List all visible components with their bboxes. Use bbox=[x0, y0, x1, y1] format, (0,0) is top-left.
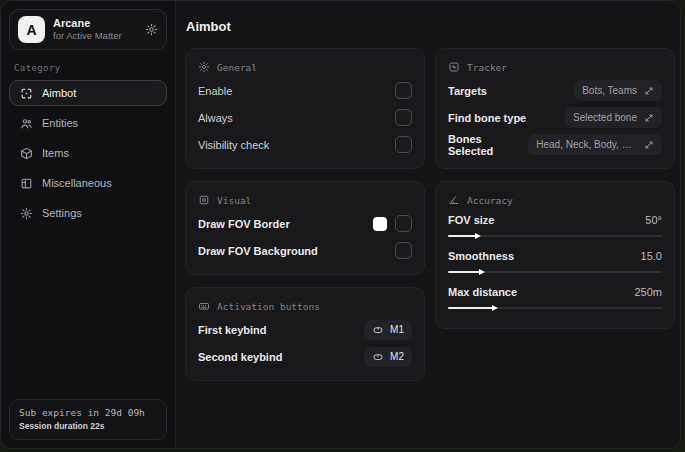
smoothness-slider[interactable] bbox=[448, 271, 662, 273]
gear-icon bbox=[198, 61, 210, 73]
activity-icon bbox=[448, 61, 460, 73]
setting-label: Find bone type bbox=[448, 112, 526, 124]
setting-row-second-keybind: Second keybind M2 bbox=[198, 343, 412, 370]
fov-size-slider[interactable] bbox=[448, 235, 662, 237]
slider-value: 50° bbox=[645, 214, 662, 226]
setting-row-find-bone-type: Find bone type Selected bone bbox=[448, 104, 662, 131]
setting-row-always: Always bbox=[198, 104, 412, 131]
keybind-value: M1 bbox=[390, 324, 404, 335]
sub-expiry-text: Sub expires in 29d 09h bbox=[19, 406, 157, 420]
expand-icon bbox=[644, 86, 654, 96]
general-card-header: General bbox=[198, 58, 412, 77]
gear-icon bbox=[20, 207, 33, 220]
second-keybind-button[interactable]: M2 bbox=[364, 347, 412, 367]
tracker-card-header: Tracker bbox=[448, 58, 662, 77]
setting-row-draw-fov-background: Draw FOV Background bbox=[198, 237, 412, 264]
visibility-check-checkbox[interactable] bbox=[395, 136, 412, 153]
app-window: A Arcane for Active Matter Category Aimb… bbox=[0, 0, 681, 449]
setting-row-enable: Enable bbox=[198, 77, 412, 104]
setting-label: Draw FOV Border bbox=[198, 218, 290, 230]
brand-text: Arcane for Active Matter bbox=[53, 17, 122, 43]
card-title: Activation buttons bbox=[217, 301, 320, 312]
frame-icon bbox=[198, 194, 210, 206]
expand-icon bbox=[644, 140, 654, 150]
expand-icon bbox=[644, 113, 654, 123]
card-title: General bbox=[217, 62, 257, 73]
slider-thumb[interactable] bbox=[479, 269, 485, 275]
sidebar-item-label: Settings bbox=[42, 207, 82, 219]
visual-card-header: Visual bbox=[198, 191, 412, 210]
select-value: Head, Neck, Body, Pe.. bbox=[536, 139, 637, 150]
setting-row-first-keybind: First keybind M1 bbox=[198, 316, 412, 343]
sidebar-item-label: Entities bbox=[42, 117, 78, 129]
max-distance-slider[interactable] bbox=[448, 307, 662, 309]
first-keybind-button[interactable]: M1 bbox=[364, 320, 412, 340]
angle-icon bbox=[448, 194, 460, 206]
session-duration-text: Session duration 22s bbox=[19, 420, 157, 433]
fov-border-color-swatch[interactable] bbox=[373, 217, 387, 231]
enable-checkbox[interactable] bbox=[395, 82, 412, 99]
setting-row-visibility-check: Visibility check bbox=[198, 131, 412, 158]
sidebar-item-label: Aimbot bbox=[42, 87, 76, 99]
setting-label: Max distance bbox=[448, 286, 517, 298]
general-card: General Enable Always Visibility check bbox=[185, 48, 425, 169]
mouse-icon bbox=[372, 351, 384, 363]
tracker-card: Tracker Targets Bots, Teams Find bone ty… bbox=[435, 48, 675, 169]
sidebar-item-label: Miscellaneous bbox=[42, 177, 112, 189]
brand-logo: A bbox=[18, 16, 45, 43]
subscription-info: Sub expires in 29d 09h Session duration … bbox=[9, 399, 167, 440]
setting-label: Second keybind bbox=[198, 351, 282, 363]
setting-label: Targets bbox=[448, 85, 487, 97]
sidebar-item-entities[interactable]: Entities bbox=[9, 110, 167, 136]
bones-selected-select[interactable]: Head, Neck, Body, Pe.. bbox=[528, 134, 662, 155]
card-title: Tracker bbox=[467, 62, 507, 73]
setting-label: FOV size bbox=[448, 214, 494, 226]
always-checkbox[interactable] bbox=[395, 109, 412, 126]
slider-block-smoothness: Smoothness 15.0 bbox=[448, 246, 662, 282]
setting-label: Draw FOV Background bbox=[198, 245, 318, 257]
setting-label: Smoothness bbox=[448, 250, 514, 262]
slider-thumb[interactable] bbox=[492, 305, 498, 311]
select-value: Bots, Teams bbox=[582, 85, 637, 96]
category-label: Category bbox=[14, 63, 162, 73]
mouse-icon bbox=[372, 324, 384, 336]
setting-row-targets: Targets Bots, Teams bbox=[448, 77, 662, 104]
visual-card: Visual Draw FOV Border Draw FOV Backgrou… bbox=[185, 181, 425, 275]
sidebar-item-label: Items bbox=[42, 147, 69, 159]
users-icon bbox=[20, 117, 33, 130]
slider-thumb[interactable] bbox=[475, 233, 481, 239]
setting-label: Always bbox=[198, 112, 233, 124]
sidebar-item-miscellaneous[interactable]: Miscellaneous bbox=[9, 170, 167, 196]
keybind-value: M2 bbox=[390, 351, 404, 362]
keyboard-icon bbox=[198, 300, 210, 312]
main-content: Aimbot General Enable Alw bbox=[176, 1, 681, 448]
sidebar-item-items[interactable]: Items bbox=[9, 140, 167, 166]
card-title: Accuracy bbox=[467, 195, 513, 206]
setting-label: First keybind bbox=[198, 324, 266, 336]
left-column: General Enable Always Visibility check bbox=[185, 48, 425, 381]
card-title: Visual bbox=[217, 195, 251, 206]
targets-select[interactable]: Bots, Teams bbox=[574, 80, 662, 101]
draw-fov-background-checkbox[interactable] bbox=[395, 242, 412, 259]
brand-subtitle: for Active Matter bbox=[53, 30, 122, 42]
setting-label: Bones Selected bbox=[448, 133, 528, 157]
page-title: Aimbot bbox=[186, 19, 675, 34]
right-column: Tracker Targets Bots, Teams Find bone ty… bbox=[435, 48, 675, 329]
crosshair-icon bbox=[20, 87, 33, 100]
setting-row-draw-fov-border: Draw FOV Border bbox=[198, 210, 412, 237]
sidebar-nav: Aimbot Entities Items Miscellaneous bbox=[9, 80, 167, 226]
slider-value: 15.0 bbox=[641, 250, 662, 262]
activation-buttons-card: Activation buttons First keybind M1 Seco… bbox=[185, 287, 425, 381]
setting-row-bones-selected: Bones Selected Head, Neck, Body, Pe.. bbox=[448, 131, 662, 158]
draw-fov-border-checkbox[interactable] bbox=[395, 215, 412, 232]
sidebar-item-settings[interactable]: Settings bbox=[9, 200, 167, 226]
setting-label: Enable bbox=[198, 85, 232, 97]
sidebar-item-aimbot[interactable]: Aimbot bbox=[9, 80, 167, 106]
gear-icon[interactable] bbox=[145, 23, 158, 36]
brand-card: A Arcane for Active Matter bbox=[9, 9, 167, 50]
sidebar: A Arcane for Active Matter Category Aimb… bbox=[1, 1, 176, 448]
find-bone-type-select[interactable]: Selected bone bbox=[565, 107, 662, 128]
accuracy-card-header: Accuracy bbox=[448, 191, 662, 210]
slider-block-fov-size: FOV size 50° bbox=[448, 210, 662, 246]
setting-label: Visibility check bbox=[198, 139, 269, 151]
